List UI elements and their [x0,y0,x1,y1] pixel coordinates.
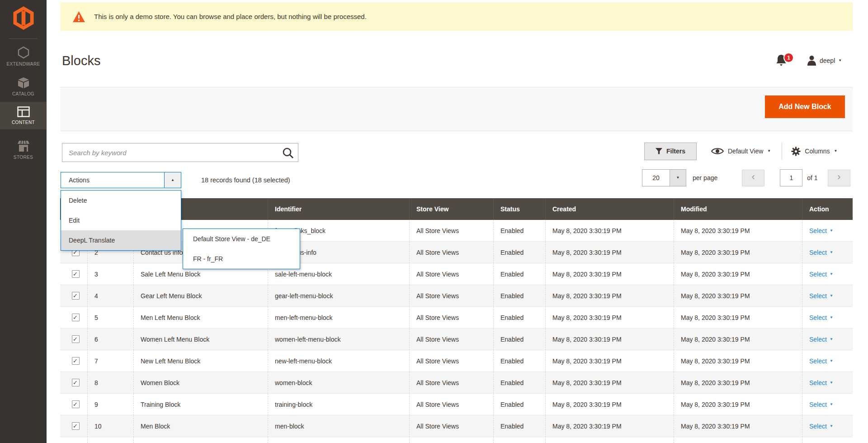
search-icon [282,147,294,159]
table-row: 10 Men Block men-block All Store Views E… [60,415,853,437]
menu-item-delete[interactable]: Delete [61,191,181,210]
previous-page-button[interactable]: ‹ [742,170,764,186]
row-checkbox[interactable] [72,400,80,408]
row-checkbox[interactable] [72,422,80,430]
cell-identifier: new-left-menu-block [268,350,409,372]
chevron-down-icon: ▼ [830,316,833,319]
header-status[interactable]: Status [493,198,545,220]
cell-modified: May 8, 2020 3:30:19 PM [674,415,802,437]
chevron-down-icon: ▼ [830,272,833,276]
user-icon [807,55,816,66]
row-select-action[interactable]: Select▼ [809,423,833,430]
cell-identifier: training-block [268,394,409,415]
menu-item-deepl-translate[interactable]: DeepL Translate [61,230,181,250]
pagination: 20 ▼ per page ‹ of 1 › [642,169,850,186]
row-select-action[interactable]: Select▼ [809,227,833,234]
cell-id: 3 [87,263,133,285]
chevron-down-icon: ▼ [834,149,838,153]
records-count: 18 records found (18 selected) [201,176,290,184]
box-icon [18,77,29,89]
sidebar-item-catalog[interactable]: CATALOG [0,72,47,101]
row-select-action[interactable]: Select▼ [809,336,833,343]
demo-store-notice: This is only a demo store. You can brows… [60,2,853,31]
cell-title: Men Left Menu Block [133,307,268,329]
table-row: 6 Women Left Menu Block women-left-menu-… [60,329,853,350]
cell-title: Training Block [133,394,268,415]
row-select-action[interactable]: Select▼ [809,292,833,300]
row-select-action[interactable]: Select▼ [809,249,833,256]
page-size-select[interactable]: 20 [642,169,670,186]
notifications-button[interactable]: 1 [776,54,797,68]
row-select-action[interactable]: Select▼ [809,401,833,408]
submenu-item-default-store-view[interactable]: Default Store View - de_DE [183,229,300,249]
sidebar-item-stores[interactable]: STORES [0,136,47,164]
search-input[interactable] [62,143,298,162]
header-store-view[interactable]: Store View [409,198,493,220]
cell-status: Enabled [493,415,545,437]
cell-status: Enabled [493,220,545,242]
table-row: 5 Men Left Menu Block men-left-menu-bloc… [60,307,853,329]
next-page-button[interactable]: › [828,170,850,186]
row-checkbox[interactable] [72,270,80,278]
sidebar-item-extendware[interactable]: EXTENDWARE [0,42,47,71]
columns-label: Columns [805,148,830,155]
cell-store-view: All Store Views [409,350,493,372]
cell-status: Enabled [493,372,545,394]
filter-funnel-icon [656,148,662,154]
cell-title: Women Block [133,372,268,394]
row-select-action[interactable]: Select▼ [809,379,833,386]
cell-store-view: All Store Views [409,307,493,329]
gear-icon [791,147,801,156]
magento-logo[interactable] [12,6,35,30]
sidebar-item-content[interactable]: CONTENT [0,102,47,129]
search-button[interactable] [282,147,294,159]
page-actions-band: Add New Block [60,87,853,131]
row-select-action[interactable]: Select▼ [809,271,833,278]
sidebar-item-label: CONTENT [12,120,35,125]
row-checkbox[interactable] [72,379,80,386]
cell-status: Enabled [493,329,545,350]
notice-text: This is only a demo store. You can brows… [94,13,367,20]
cell-id: 7 [87,350,133,372]
chevron-right-icon: › [837,172,840,182]
table-row: 8 Women Block women-block All Store View… [60,372,853,394]
select-label: Select [809,379,827,386]
sidebar: EXTENDWARE CATALOG CONTENT [0,0,47,443]
header-identifier[interactable]: Identifier [268,198,409,220]
cell-created: May 8, 2020 3:30:19 PM [545,285,674,307]
row-checkbox[interactable] [72,292,80,300]
cell-status: Enabled [493,394,545,415]
magento-logo-icon [12,6,35,30]
cell-store-view: All Store Views [409,242,493,263]
filters-button[interactable]: Filters [644,143,697,160]
cell-status: Enabled [493,350,545,372]
header-created[interactable]: Created [545,198,674,220]
cell-created: May 8, 2020 3:30:19 PM [545,242,674,263]
cell-store-view: All Store Views [409,263,493,285]
submenu-item-fr[interactable]: FR - fr_FR [183,249,300,269]
deepl-translate-submenu: Default Store View - de_DE FR - fr_FR [183,229,300,269]
header-modified[interactable]: Modified [674,198,802,220]
row-select-action[interactable]: Select▼ [809,357,833,365]
mass-actions-select[interactable]: Actions ▲ [61,172,181,188]
page-size-toggle[interactable]: ▼ [670,169,686,186]
menu-item-edit[interactable]: Edit [61,210,181,230]
select-label: Select [809,314,827,321]
row-checkbox[interactable] [72,314,80,321]
actions-select-toggle[interactable]: ▲ [164,172,181,188]
view-selector[interactable]: Default View ▼ [711,147,771,155]
mass-actions-menu: Delete Edit DeepL Translate [61,190,181,251]
cell-status: Enabled [493,285,545,307]
current-page-input[interactable] [780,169,802,186]
cell-modified: May 8, 2020 3:30:19 PM [674,394,802,415]
admin-user-menu[interactable]: deepl ▼ [807,55,842,66]
storefront-icon [17,140,30,152]
row-checkbox[interactable] [72,357,80,365]
cell-id: 4 [87,285,133,307]
columns-selector[interactable]: Columns ▼ [791,147,837,156]
hexagon-icon [18,46,29,59]
row-checkbox[interactable] [72,335,80,343]
select-label: Select [809,401,827,408]
add-new-block-button[interactable]: Add New Block [765,95,845,118]
row-select-action[interactable]: Select▼ [809,314,833,321]
